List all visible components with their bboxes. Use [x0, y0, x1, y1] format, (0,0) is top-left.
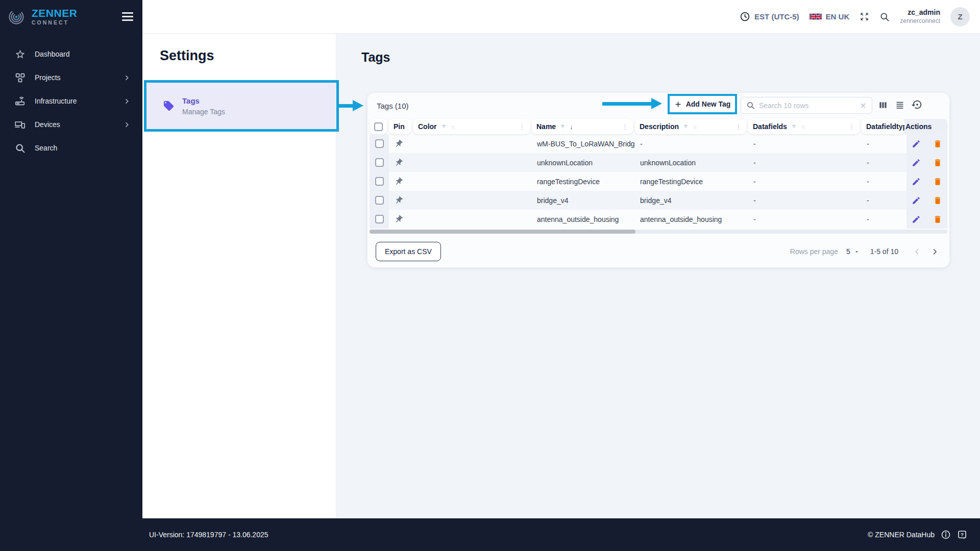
row-pin-cell — [389, 210, 413, 229]
fullscreen-icon[interactable] — [860, 12, 869, 21]
next-page-button[interactable] — [928, 248, 941, 256]
sidebar: ZENNER CONNECT Dashboard Projects — [0, 0, 142, 551]
edit-button[interactable] — [912, 177, 921, 186]
table-footer: Export as CSV Rows per page 5 1-5 of 10 — [368, 236, 949, 267]
annotation-box-add-button: Add New Tag — [668, 94, 737, 114]
column-header-datafields[interactable]: Datafields ↑↓ ⋮ — [748, 119, 860, 134]
column-header-description[interactable]: Description ↑↓ ⋮ — [635, 119, 746, 134]
sort-desc-icon[interactable]: ↓ — [570, 123, 573, 131]
datafields-cell: - — [748, 153, 862, 172]
previous-page-button[interactable] — [911, 248, 923, 256]
restore-icon[interactable] — [912, 99, 923, 110]
sidebar-item-infrastructure[interactable]: Infrastructure — [0, 89, 142, 113]
global-search-icon[interactable] — [879, 12, 890, 22]
edit-button[interactable] — [912, 139, 921, 148]
actions-cell — [906, 172, 947, 191]
datafieldtype-cell: - — [862, 153, 906, 172]
row-checkbox[interactable] — [375, 158, 384, 167]
edit-button[interactable] — [912, 196, 921, 205]
delete-button[interactable] — [933, 196, 942, 205]
pin-icon[interactable] — [394, 177, 403, 186]
sidebar-item-label: Dashboard — [35, 50, 70, 58]
user-menu[interactable]: zc_admin zennerconnect — [900, 8, 940, 25]
funnel-icon[interactable] — [559, 123, 566, 130]
sidebar-item-search[interactable]: Search — [0, 136, 142, 160]
row-checkbox-cell — [370, 191, 389, 210]
user-name: zc_admin — [900, 8, 940, 17]
settings-item-tags[interactable]: Tags Manage Tags — [146, 83, 336, 129]
scrollbar-thumb[interactable] — [370, 230, 635, 234]
pin-icon[interactable] — [394, 158, 403, 167]
timezone-control[interactable]: EST (UTC-5) — [740, 11, 799, 22]
row-checkbox-cell — [370, 153, 389, 172]
sidebar-item-projects[interactable]: Projects — [0, 66, 142, 89]
column-header-pin[interactable]: Pin — [389, 119, 411, 134]
column-header-datafieldtype[interactable]: Datafieldtype — [862, 119, 904, 134]
rows-per-page-select[interactable]: 5 — [846, 247, 860, 256]
row-checkbox[interactable] — [375, 215, 384, 223]
export-csv-button[interactable]: Export as CSV — [376, 242, 441, 261]
clear-icon[interactable] — [860, 102, 867, 109]
row-checkbox[interactable] — [375, 196, 384, 205]
datafields-cell: - — [748, 191, 862, 210]
plus-icon — [674, 101, 682, 108]
footer-bar: UI-Version: 1749819797 - 13.06.2025 © ZE… — [142, 518, 980, 551]
search-input[interactable] — [759, 102, 855, 110]
pin-icon[interactable] — [394, 196, 403, 205]
sort-icon[interactable]: ↑↓ — [451, 123, 454, 130]
edit-button[interactable] — [912, 215, 921, 224]
datafieldtype-cell: - — [862, 172, 906, 191]
description-cell: bridge_v4 — [635, 191, 748, 210]
pin-icon[interactable] — [394, 139, 403, 148]
row-pin-cell — [389, 134, 413, 153]
sidebar-item-devices[interactable]: Devices — [0, 113, 142, 136]
name-cell: unknownLocation — [532, 153, 635, 172]
language-control[interactable]: EN UK — [810, 12, 850, 21]
delete-button[interactable] — [933, 177, 942, 186]
annotation-arrow-tags — [339, 100, 363, 111]
row-pin-cell — [389, 191, 413, 210]
datafields-cell: - — [748, 210, 862, 229]
column-header-color[interactable]: Color ↑↓ ⋮ — [413, 119, 530, 134]
funnel-icon[interactable] — [791, 123, 797, 130]
sort-icon[interactable]: ↑↓ — [801, 123, 804, 130]
column-drag-handle[interactable]: ⋮ — [519, 123, 525, 131]
user-org: zennerconnect — [900, 17, 940, 25]
delete-button[interactable] — [933, 158, 942, 167]
sort-icon[interactable]: ↑↓ — [693, 123, 696, 130]
row-checkbox-cell — [370, 134, 389, 153]
help-icon[interactable]: ? — [957, 530, 967, 540]
add-new-tag-label: Add New Tag — [686, 100, 731, 108]
column-header-name[interactable]: Name ↓ ⋮ — [532, 119, 633, 134]
funnel-icon[interactable] — [682, 123, 689, 130]
info-icon[interactable] — [941, 530, 951, 540]
edit-button[interactable] — [912, 158, 921, 167]
uk-flag-icon — [810, 13, 822, 20]
row-checkbox[interactable] — [375, 177, 384, 186]
add-new-tag-button[interactable]: Add New Tag — [670, 96, 735, 112]
datafields-cell: - — [748, 172, 862, 191]
settings-title: Settings — [160, 48, 214, 64]
delete-button[interactable] — [933, 215, 942, 224]
pin-icon[interactable] — [394, 215, 403, 224]
table-search — [741, 97, 872, 114]
row-height-icon[interactable] — [895, 100, 905, 110]
avatar[interactable]: Z — [950, 7, 970, 27]
sidebar-item-dashboard[interactable]: Dashboard — [0, 42, 142, 66]
delete-button[interactable] — [933, 139, 942, 148]
radar-logo-icon — [7, 8, 26, 26]
column-drag-handle[interactable]: ⋮ — [735, 123, 742, 131]
projects-icon — [14, 72, 26, 83]
columns-icon[interactable] — [878, 100, 888, 110]
column-drag-handle[interactable]: ⋮ — [622, 123, 628, 131]
brand-name: ZENNER — [32, 8, 77, 18]
hamburger-icon[interactable] — [122, 12, 133, 21]
funnel-icon[interactable] — [440, 123, 447, 130]
column-drag-handle[interactable]: ⋮ — [848, 123, 855, 131]
top-bar: EST (UTC-5) EN UK zc_admin zennerconnect — [142, 0, 980, 34]
page-title: Tags — [361, 50, 390, 65]
row-checkbox[interactable] — [375, 139, 384, 148]
select-all-checkbox[interactable] — [374, 122, 383, 131]
color-cell — [413, 172, 532, 191]
logo-row: ZENNER CONNECT — [0, 0, 142, 33]
